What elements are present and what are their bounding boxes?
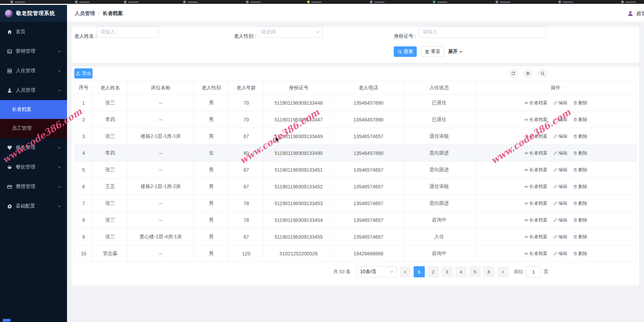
table-row[interactable]: 3张三楼栋2-1层-1房-1床男675119011983091334491354… [75,128,637,145]
refresh-button[interactable] [509,69,518,78]
page-size-select[interactable]: 10条/页 [356,266,397,277]
cabinet-icon [7,68,12,74]
sidebar-item-service[interactable]: 服务管理 [0,138,67,157]
delete-link[interactable]: 删除 [573,150,587,156]
field-elder-gender: 老人性别 : [234,31,260,42]
browser-bookmark[interactable] [307,1,322,3]
id-number-input[interactable]: 请输入 [419,27,546,38]
edit-link[interactable]: 编辑 [553,217,568,223]
browser-bookmark[interactable] [496,1,510,3]
edit-link[interactable]: 编辑 [553,184,568,190]
table-row[interactable]: 5张三--男6751190119830913345113546574657意向跟… [75,162,637,178]
page-button-5[interactable]: 5 [469,266,481,277]
table-row[interactable]: 8张三--男7851190119830913345413546574657咨询中… [75,212,637,229]
view-archive-link[interactable]: 长者档案 [524,117,548,123]
refresh-icon [511,71,516,76]
column-settings-button[interactable] [523,69,533,78]
browser-bookmark[interactable] [124,1,139,3]
breadcrumb-item[interactable]: 人员管理 [75,10,95,17]
table-row[interactable]: 7张三--男7851190119830913345313546574657意向跟… [75,195,637,212]
table-row[interactable]: 10管志淼--男1205102125220052618428888888咨询中 … [75,245,637,262]
prev-page-button[interactable] [400,266,411,277]
delete-link[interactable]: 删除 [573,100,587,106]
page-button-6[interactable]: 6 [483,266,495,277]
eye-icon [524,252,528,256]
trash-icon [573,252,577,256]
browser-bookmark[interactable] [10,1,25,3]
browser-bookmarks-bar [0,0,644,4]
view-archive-link[interactable]: 长者档案 [524,184,548,190]
sidebar-item-marketing[interactable]: 营销管理 [0,42,67,61]
browser-bookmark[interactable] [558,1,573,3]
edit-link[interactable]: 编辑 [553,150,568,156]
app-logo-icon [5,10,13,17]
delete-link[interactable]: 删除 [573,217,587,223]
chevron-down-icon [58,69,61,73]
export-button[interactable]: 导出 [74,68,92,78]
sidebar-item-personnel[interactable]: 人员管理 [0,81,67,100]
table-search-button[interactable] [538,69,547,78]
reset-button[interactable]: 重置 [421,46,444,57]
elder-gender-select[interactable]: 请选择 [257,27,323,38]
view-archive-link[interactable]: 长者档案 [524,150,548,156]
view-archive-link[interactable]: 长者档案 [524,133,548,140]
browser-bookmark[interactable] [246,1,261,3]
card-icon [7,184,12,189]
edit-link[interactable]: 编辑 [553,234,568,240]
delete-link[interactable]: 删除 [573,167,587,173]
expand-toggle[interactable]: 展开 [448,46,463,57]
window-chrome-gap [0,4,644,5]
delete-link[interactable]: 删除 [573,250,587,257]
table-row[interactable]: 6王五楼栋2-1层-1房-2床男675119011983091334521354… [75,178,637,195]
sidebar-item-config[interactable]: 基础配置 [0,196,67,216]
content-area: 老人姓名 : 请输入 老人性别 : 请选择 身份证号 : 请输入 搜索 [67,22,644,322]
search-button[interactable]: 搜索 [394,46,417,57]
edit-link[interactable]: 编辑 [553,200,568,207]
table-row[interactable]: 4李四--女8051190119830913349013546457890意向跟… [75,145,637,162]
user-menu[interactable]: 超管 [627,5,644,22]
browser-bookmark[interactable] [370,1,385,3]
edit-link[interactable]: 编辑 [553,250,568,257]
page-button-1[interactable]: 1 [414,266,425,277]
delete-link[interactable]: 删除 [573,200,587,207]
browser-bookmark[interactable] [433,1,447,3]
sidebar-item-fees[interactable]: 费用管理 [0,177,67,196]
table-row[interactable]: 9张三爱心楼-1层-4房-1床男675119011983091334551354… [75,229,637,245]
delete-link[interactable]: 删除 [573,234,587,240]
edit-link[interactable]: 编辑 [553,167,568,173]
chevron-left-icon [403,270,407,274]
delete-link[interactable]: 删除 [573,184,587,190]
sidebar-subitem-elder-archive[interactable]: 长者档案 [0,100,67,119]
page-button-2[interactable]: 2 [428,266,439,277]
sidebar-subitem-staff-management[interactable]: 员工管理 [0,119,67,138]
edit-link[interactable]: 编辑 [553,133,568,140]
delete-link[interactable]: 删除 [573,133,587,140]
sidebar-item-home[interactable]: 首页 [0,22,67,42]
view-archive-link[interactable]: 长者档案 [524,167,548,173]
delete-link[interactable]: 删除 [573,117,587,123]
trash-icon [573,218,577,222]
next-page-button[interactable] [497,266,509,277]
view-archive-link[interactable]: 长者档案 [524,200,548,207]
col-header-gender: 老人性别 [194,81,229,95]
table-row[interactable]: 2李四--男7051190119830913344713546457890已退住… [75,111,637,128]
view-archive-link[interactable]: 长者档案 [524,250,548,257]
view-archive-link[interactable]: 长者档案 [524,100,548,106]
browser-bookmark[interactable] [75,1,90,3]
page-button-3[interactable]: 3 [442,266,453,277]
jump-page-input[interactable]: 1 [526,266,541,277]
browser-bookmark[interactable] [183,1,198,3]
view-archive-link[interactable]: 长者档案 [524,234,548,240]
table-row[interactable]: 1张三--男7051190119830913344813546457890已退住… [75,95,637,111]
col-header-ops: 操作 [475,81,637,95]
browser-bookmark[interactable] [621,1,636,3]
trash-icon [573,185,577,189]
sidebar-item-dining[interactable]: 餐饮管理 [0,157,67,177]
sidebar-item-checkin[interactable]: 入住管理 [0,61,67,81]
page-button-4[interactable]: 4 [456,266,467,277]
view-archive-link[interactable]: 长者档案 [524,217,548,223]
edit-link[interactable]: 编辑 [553,117,568,123]
edit-link[interactable]: 编辑 [553,100,568,106]
pencil-icon [553,168,557,172]
elder-name-input[interactable]: 请输入 [97,27,159,38]
